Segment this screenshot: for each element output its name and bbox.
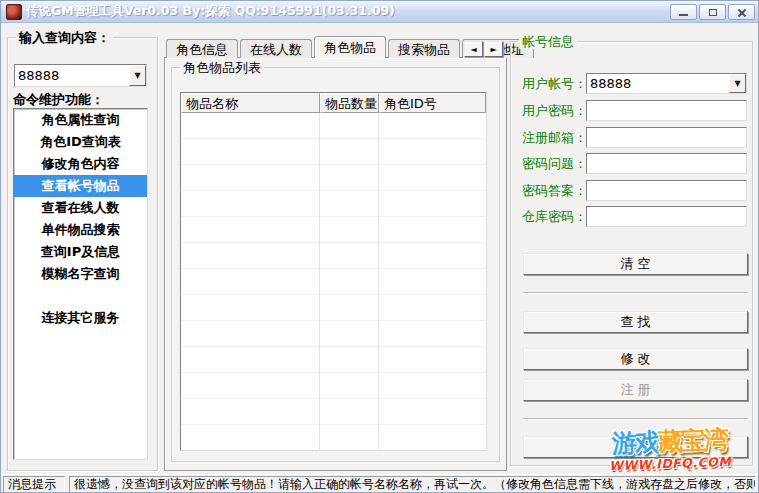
status-panel-label: 消息提示: [3, 476, 65, 493]
password-answer-label: 密码答案：: [522, 182, 586, 200]
query-combobox[interactable]: ▼: [14, 64, 147, 87]
menu-item-query-ip-info[interactable]: 查询IP及信息: [14, 241, 147, 263]
role-items-group-label: 角色物品列表: [180, 60, 264, 75]
column-header-role-id[interactable]: 角色ID号: [379, 93, 486, 113]
menu-item-single-item-search[interactable]: 单件物品搜索: [14, 219, 147, 241]
password-question-fieldbox: [586, 153, 747, 174]
user-account-label: 用户帐号：: [522, 75, 586, 93]
maximize-icon: [709, 9, 717, 16]
menu-item-connect-other-service[interactable]: 连接其它服务: [14, 307, 147, 329]
field-row-user-account: 用户帐号：: [522, 73, 586, 94]
minimize-button[interactable]: [670, 4, 697, 20]
field-row-password-question: 密码问题：: [522, 153, 586, 174]
tab-online-count[interactable]: 在线人数: [240, 39, 312, 58]
column-header-item-name[interactable]: 物品名称: [181, 93, 320, 113]
arrow-left-icon: ◄: [470, 45, 476, 54]
menu-item-blank: [14, 285, 147, 307]
clear-button[interactable]: 清 空: [523, 253, 748, 275]
password-question-input[interactable]: [587, 154, 746, 173]
field-row-password-answer: 密码答案：: [522, 180, 586, 201]
command-menu-list: 角色属性查询 角色ID查询表 修改角色内容 查看帐号物品 查看在线人数 单件物品…: [13, 108, 148, 460]
modify-button[interactable]: 修 改: [523, 348, 748, 370]
field-row-warehouse-password: 仓库密码：: [522, 206, 586, 227]
app-icon: [6, 4, 22, 20]
register-email-fieldbox: [586, 127, 747, 148]
title-bar: 传说GM管理工具Ver0.03 By:探索 QQ:9145991(03.31.0…: [1, 1, 758, 23]
menu-item-view-online-count[interactable]: 查看在线人数: [14, 197, 147, 219]
tab-scroll-right-button[interactable]: ►: [484, 41, 503, 57]
user-password-input[interactable]: [587, 101, 746, 120]
menu-item-view-account-items[interactable]: 查看帐号物品: [14, 175, 147, 197]
menu-item-fuzzy-name-query[interactable]: 模糊名字查询: [14, 263, 147, 285]
user-account-combobox[interactable]: ▼: [586, 73, 747, 94]
menu-item-role-id-table[interactable]: 角色ID查询表: [14, 131, 147, 153]
query-input[interactable]: [15, 65, 129, 86]
register-button: 注 册: [523, 379, 748, 401]
minimize-icon: [679, 14, 688, 16]
items-table-body: [181, 113, 486, 450]
password-answer-fieldbox: [586, 180, 747, 201]
field-row-register-email: 注册邮箱：: [522, 127, 586, 148]
register-email-label: 注册邮箱：: [522, 129, 586, 147]
menu-item-role-attr-query[interactable]: 角色属性查询: [14, 109, 147, 131]
functions-label: 命令维护功能：: [13, 91, 104, 109]
close-button[interactable]: [728, 4, 755, 20]
menu-item-modify-role[interactable]: 修改角色内容: [14, 153, 147, 175]
warehouse-password-fieldbox: [586, 206, 747, 227]
tab-search-items[interactable]: 搜索物品: [388, 39, 460, 58]
close-action-button[interactable]: 关 闭: [523, 436, 748, 458]
account-info-group-label: 帐号信息: [519, 34, 577, 49]
chevron-down-icon: ▼: [734, 79, 740, 88]
grid-divider: [378, 113, 379, 450]
arrow-right-icon: ►: [490, 45, 496, 54]
tab-role-info[interactable]: 角色信息: [166, 39, 238, 58]
close-icon: [729, 5, 754, 19]
separator: [523, 418, 748, 420]
items-table-header: 物品名称 物品数量 角色ID号: [181, 93, 486, 113]
separator: [523, 292, 748, 294]
items-table: 物品名称 物品数量 角色ID号: [180, 92, 487, 451]
status-bar: 消息提示 很遗憾，没查询到该对应的帐号物品！请输入正确的帐号名称名称，再试一次。…: [1, 474, 758, 493]
find-button[interactable]: 查 找: [523, 311, 748, 333]
register-email-input[interactable]: [587, 128, 746, 147]
query-group-label: 输入查询内容：: [16, 30, 113, 45]
warehouse-password-label: 仓库密码：: [522, 208, 586, 226]
password-question-label: 密码问题：: [522, 155, 586, 173]
maximize-button[interactable]: [699, 4, 726, 20]
app-window: 传说GM管理工具Ver0.03 By:探索 QQ:9145991(03.31.0…: [0, 0, 759, 493]
user-account-input[interactable]: [587, 74, 729, 93]
user-account-dropdown-button[interactable]: ▼: [729, 74, 746, 93]
password-answer-input[interactable]: [587, 181, 746, 200]
window-title: 传说GM管理工具Ver0.03 By:探索 QQ:9145991(03.31.0…: [26, 3, 670, 20]
user-password-label: 用户密码：: [522, 102, 586, 120]
chevron-down-icon: ▼: [134, 71, 140, 80]
field-row-user-password: 用户密码：: [522, 100, 586, 121]
user-password-fieldbox: [586, 100, 747, 121]
tab-scroll-left-button[interactable]: ◄: [464, 41, 483, 57]
column-header-item-quantity[interactable]: 物品数量: [320, 93, 379, 113]
grid-divider: [319, 113, 320, 450]
tab-role-items[interactable]: 角色物品: [314, 36, 386, 58]
status-panel-message: 很遗憾，没查询到该对应的帐号物品！请输入正确的帐号名称名称，再试一次。（修改角色…: [69, 476, 756, 493]
query-dropdown-button[interactable]: ▼: [129, 65, 146, 86]
warehouse-password-input[interactable]: [587, 207, 746, 226]
